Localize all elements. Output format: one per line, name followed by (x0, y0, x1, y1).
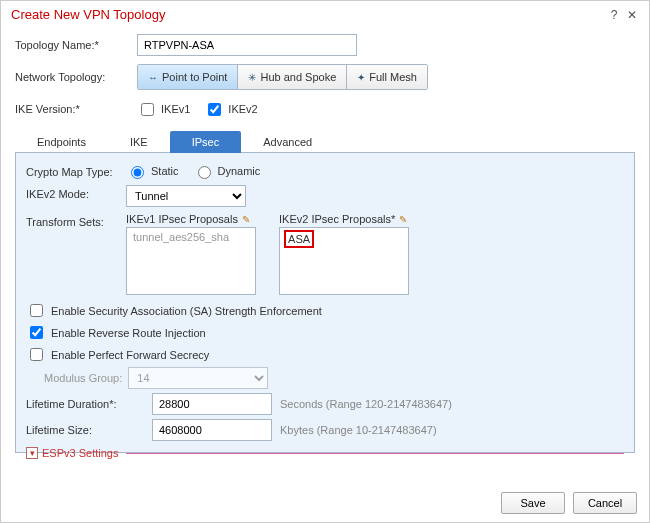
lifetime-duration-input[interactable] (152, 393, 272, 415)
ikev1-option[interactable]: IKEv1 (137, 100, 190, 119)
ipsec-panel: Crypto Map Type: Static Dynamic IKEv2 Mo… (15, 153, 635, 453)
mesh-icon: ✦ (357, 72, 365, 83)
edit-ikev1-proposals-icon[interactable]: ✎ (242, 214, 250, 225)
enable-sa-checkbox[interactable] (30, 304, 43, 317)
enable-rri-label: Enable Reverse Route Injection (51, 327, 206, 339)
help-icon[interactable]: ? (607, 8, 621, 22)
network-topology-label: Network Topology: (15, 71, 137, 83)
ikev2-mode-select[interactable]: Tunnel (126, 185, 246, 207)
enable-pfs-label: Enable Perfect Forward Secrecy (51, 349, 209, 361)
enable-rri-checkbox[interactable] (30, 326, 43, 339)
ikev2-checkbox[interactable] (208, 103, 221, 116)
topo-full-mesh-button[interactable]: ✦Full Mesh (347, 65, 427, 89)
cancel-button[interactable]: Cancel (573, 492, 637, 514)
enable-pfs-checkbox[interactable] (30, 348, 43, 361)
tab-strip: Endpoints IKE IPsec Advanced (15, 130, 635, 153)
ikev2-option[interactable]: IKEv2 (204, 100, 257, 119)
ikev1-proposals-listbox[interactable]: tunnel_aes256_sha (126, 227, 256, 295)
crypto-map-type-label: Crypto Map Type: (26, 163, 126, 178)
modulus-group-label: Modulus Group: (44, 372, 122, 384)
ikev2-proposal-item[interactable]: ASA (284, 230, 314, 248)
dialog-title: Create New VPN Topology (11, 7, 603, 22)
modulus-group-select: 14 (128, 367, 268, 389)
enable-sa-label: Enable Security Association (SA) Strengt… (51, 305, 322, 317)
crypto-static-radio[interactable] (131, 166, 144, 179)
topology-name-input[interactable] (137, 34, 357, 56)
crypto-static-label: Static (151, 165, 179, 177)
topo-p2p-label: Point to Point (162, 71, 227, 83)
form-top: Topology Name:* Network Topology: ↔Point… (1, 26, 649, 124)
tab-ipsec[interactable]: IPsec (170, 131, 242, 153)
espv3-divider (126, 453, 624, 454)
tab-ike[interactable]: IKE (108, 131, 170, 153)
lifetime-duration-label: Lifetime Duration*: (26, 398, 144, 410)
espv3-toggle-icon[interactable]: ▾ (26, 447, 38, 459)
espv3-settings-section: ▾ ESPv3 Settings (26, 447, 624, 459)
tab-endpoints[interactable]: Endpoints (15, 131, 108, 153)
tab-advanced[interactable]: Advanced (241, 131, 334, 153)
topo-point-to-point-button[interactable]: ↔Point to Point (138, 65, 238, 89)
edit-ikev2-proposals-icon[interactable]: ✎ (399, 214, 407, 225)
titlebar: Create New VPN Topology ? ✕ (1, 1, 649, 26)
ikev1-label: IKEv1 (161, 103, 190, 115)
close-icon[interactable]: ✕ (625, 8, 639, 22)
ikev2-proposals-col: IKEv2 IPsec Proposals* ✎ ASA (279, 213, 409, 295)
crypto-dynamic-radio[interactable] (198, 166, 211, 179)
lifetime-size-label: Lifetime Size: (26, 424, 144, 436)
topo-mesh-label: Full Mesh (369, 71, 417, 83)
espv3-settings-label[interactable]: ESPv3 Settings (42, 447, 118, 459)
hub-icon: ✳ (248, 72, 256, 83)
ikev1-checkbox[interactable] (141, 103, 154, 116)
p2p-icon: ↔ (148, 72, 158, 83)
dialog-footer: Save Cancel (501, 492, 637, 514)
lifetime-duration-hint: Seconds (Range 120-2147483647) (280, 398, 452, 410)
ikev2-proposals-label: IKEv2 IPsec Proposals* (279, 213, 395, 225)
transform-sets-label: Transform Sets: (26, 213, 126, 228)
topology-name-label: Topology Name:* (15, 39, 137, 51)
crypto-dynamic-label: Dynamic (218, 165, 261, 177)
topology-toggle-group: ↔Point to Point ✳Hub and Spoke ✦Full Mes… (137, 64, 428, 90)
ikev2-proposals-listbox[interactable]: ASA (279, 227, 409, 295)
proposals-container: IKEv1 IPsec Proposals ✎ tunnel_aes256_sh… (126, 213, 429, 295)
ikev1-proposals-label: IKEv1 IPsec Proposals (126, 213, 238, 225)
vpn-topology-dialog: Create New VPN Topology ? ✕ Topology Nam… (0, 0, 650, 523)
topo-hub-spoke-button[interactable]: ✳Hub and Spoke (238, 65, 347, 89)
topo-hub-label: Hub and Spoke (260, 71, 336, 83)
ike-version-label: IKE Version:* (15, 103, 137, 115)
enable-sa-row[interactable]: Enable Security Association (SA) Strengt… (26, 301, 624, 320)
ikev2-label: IKEv2 (228, 103, 257, 115)
save-button[interactable]: Save (501, 492, 565, 514)
ikev1-proposals-col: IKEv1 IPsec Proposals ✎ tunnel_aes256_sh… (126, 213, 256, 295)
lifetime-size-hint: Kbytes (Range 10-2147483647) (280, 424, 437, 436)
lifetime-size-input[interactable] (152, 419, 272, 441)
enable-pfs-row[interactable]: Enable Perfect Forward Secrecy (26, 345, 624, 364)
crypto-dynamic-option[interactable]: Dynamic (193, 163, 261, 179)
modulus-group-row: Modulus Group: 14 (44, 367, 624, 389)
enable-rri-row[interactable]: Enable Reverse Route Injection (26, 323, 624, 342)
crypto-static-option[interactable]: Static (126, 163, 179, 179)
ikev2-mode-label: IKEv2 Mode: (26, 185, 126, 200)
ikev1-proposal-item[interactable]: tunnel_aes256_sha (131, 230, 251, 244)
